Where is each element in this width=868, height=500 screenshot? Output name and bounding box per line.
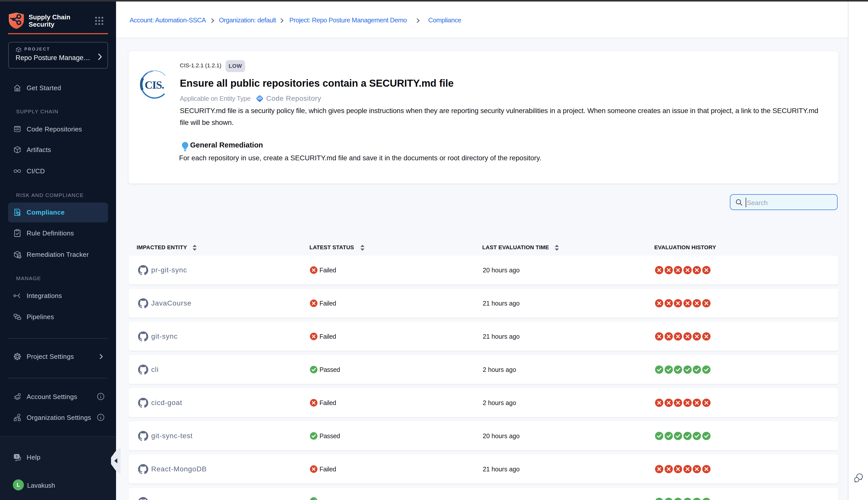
svg-text:CIS.: CIS. [145, 79, 164, 91]
svg-text:?: ? [15, 455, 18, 458]
